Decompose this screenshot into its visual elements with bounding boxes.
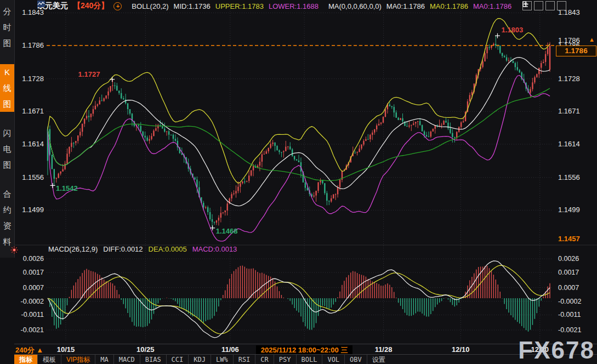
sidebar-item-label: 图	[3, 35, 12, 51]
boll-mid-value: MID:1.1736	[174, 2, 211, 10]
boll-label: BOLL(20,2)	[132, 2, 168, 10]
price-tick-label-left: 1.1614	[13, 140, 44, 148]
x-axis-date-label: 10/15	[41, 345, 90, 354]
sidebar-item-3[interactable]: 合约资料	[0, 186, 14, 249]
sidebar-item-label: 图	[3, 96, 12, 112]
add-compare-icon[interactable]: +	[113, 2, 122, 10]
chart-plot[interactable]	[0, 0, 597, 364]
boll-lower-value: LOWER:1.1688	[269, 2, 319, 10]
sidebar-item-2[interactable]: 闪电图	[0, 125, 14, 173]
toolbar-tab-OBV[interactable]: OBV	[344, 355, 367, 364]
price-tick-label-left: 1.1786	[13, 41, 44, 49]
price-annotation: 1.1727	[78, 70, 100, 78]
ma0-white-value: MA0:1.1786	[386, 2, 425, 10]
sidebar-item-label: 电	[3, 141, 12, 157]
toolbar-tab-VOL[interactable]: VOL	[322, 355, 344, 364]
x-axis-date-label: 11/28	[359, 345, 408, 354]
macd-tick-label-left: -0.0011	[13, 311, 44, 318]
macd-macd-value: MACD:0.0013	[192, 245, 237, 253]
pan-right-icon[interactable]	[557, 1, 566, 10]
price-tick-label-left: 1.1671	[13, 107, 44, 115]
sidebar-item-label: 闪	[3, 125, 12, 141]
toolbar-tab-[interactable]: 模板	[37, 355, 61, 364]
macd-tick-label-left: 0.0026	[13, 255, 44, 263]
bottom-indicator-toolbar: 指标模板VIP指标MAMACDBIASCCIKDJLW%RSICRPSYBOLL…	[14, 354, 597, 364]
macd-tick-label-left: 0.0017	[13, 269, 44, 276]
sidebar-item-1[interactable]: K线图	[0, 64, 14, 112]
toolbar-tab-KDJ[interactable]: KDJ	[188, 355, 211, 364]
last-price-box: 1.1786	[556, 46, 596, 56]
price-tick-label-right: 1.1728	[558, 75, 593, 83]
chart-header-legend: 欧元美元 【240分】 + BOLL(20,2) MID:1.1736 UPPE…	[37, 1, 511, 12]
price-tick-label-right: 1.1671	[558, 107, 593, 115]
toolbar-tab-CR[interactable]: CR	[255, 355, 273, 364]
ma-label: MA(0,0,0,60,0,0)	[328, 2, 382, 10]
macd-tick-label-left: -0.0002	[13, 298, 44, 305]
ma0-magenta-value: MA0:1.1786	[473, 2, 511, 10]
toolbar-tab-RSI[interactable]: RSI	[233, 355, 255, 364]
price-tick-label-right: 1.1499	[558, 206, 593, 214]
sidebar-item-label: 线	[3, 80, 12, 96]
price-annotation: 1.1542	[56, 184, 78, 192]
toolbar-tab-[interactable]: 设置	[367, 355, 390, 364]
price-tick-label-right: 1.1614	[558, 140, 593, 148]
toolbar-tab-LW[interactable]: LW%	[211, 355, 233, 364]
x-axis-date-label: 11/06	[206, 345, 255, 354]
toolbar-tab-PSY[interactable]: PSY	[274, 355, 296, 364]
zoom-in-axis-icon[interactable]	[545, 1, 555, 10]
sidebar-item-label: 时	[3, 19, 12, 35]
toolbar-tab-VIP[interactable]: VIP指标	[61, 355, 95, 364]
watermark-logo: FX678	[518, 337, 595, 364]
price-tick-label-left: 1.1499	[13, 206, 44, 214]
price-annotation: 1.1468	[216, 227, 238, 235]
macd-tick-label-right: -0.0002	[558, 298, 593, 305]
toolbar-tab-MACD[interactable]: MACD	[113, 355, 140, 364]
sidebar-item-label: 合	[3, 186, 12, 202]
macd-diff-value: DIFF:0.0012	[103, 245, 143, 253]
toolbar-tab-CCI[interactable]: CCI	[166, 355, 189, 364]
period-label: 【240分】	[73, 1, 109, 11]
sidebar-item-label: 资	[3, 218, 12, 234]
sidebar-item-label: K	[4, 64, 10, 80]
sidebar-item-0[interactable]: 分时图	[0, 3, 14, 51]
macd-dea-value: DEA:0.0005	[149, 245, 187, 253]
toolbar-tab-[interactable]: 指标	[14, 355, 37, 364]
macd-tick-label-left: -0.0021	[13, 326, 44, 334]
boll-upper-value: UPPER:1.1783	[215, 2, 264, 10]
price-annotation: 1.1803	[501, 26, 523, 34]
sidebar-item-label: 图	[3, 157, 12, 173]
toolbar-tab-BOLL[interactable]: BOLL	[296, 355, 322, 364]
macd-tick-label-right: -0.0011	[558, 311, 593, 318]
chart-tool-icons	[522, 1, 566, 10]
left-sidebar: 分时图K线图闪电图合约资料	[0, 0, 15, 258]
zoom-out-axis-icon[interactable]	[534, 1, 543, 10]
macd-title: MACD(26,12,9)	[48, 245, 98, 253]
sidebar-item-label: 分	[3, 3, 12, 19]
price-tick-label-left: 1.1728	[13, 75, 44, 83]
price-tick-label-left: 1.1556	[13, 173, 44, 181]
x-axis-date-label: 12/10	[436, 345, 485, 354]
macd-tick-label-left: 0.0007	[13, 284, 44, 292]
macd-legend: MACD(26,12,9) DIFF:0.0012 DEA:0.0005 MAC…	[48, 245, 237, 253]
price-tick-label-right: 1.1556	[558, 173, 593, 181]
macd-tick-label-right: -0.0021	[558, 326, 593, 334]
ma0-yellow-value: MA0:1.1786	[430, 2, 468, 10]
sidebar-item-label: 约	[3, 202, 12, 218]
toolbar-tab-BIAS[interactable]: BIAS	[140, 355, 166, 364]
trading-app-window: 分时图K线图闪电图合约资料 欧元美元 【240分】 + BOLL(20,2) M…	[0, 0, 597, 364]
up-arrow-marker-icon: ▲	[589, 37, 595, 42]
macd-tick-label-right: 0.0026	[558, 255, 593, 263]
macd-tick-label-right: 0.0017	[558, 269, 593, 276]
price-min-label: 1.1457	[558, 235, 593, 243]
x-axis-row: 240分 ▲ 10/1510/2511/062025/11/12 18:00~2…	[14, 344, 597, 355]
price-tick-label-right: 1.1786	[558, 36, 593, 44]
macd-tick-label-right: 0.0007	[558, 284, 593, 292]
toolbar-tab-MA[interactable]: MA	[95, 355, 113, 364]
x-axis-date-label: 10/25	[121, 345, 170, 354]
